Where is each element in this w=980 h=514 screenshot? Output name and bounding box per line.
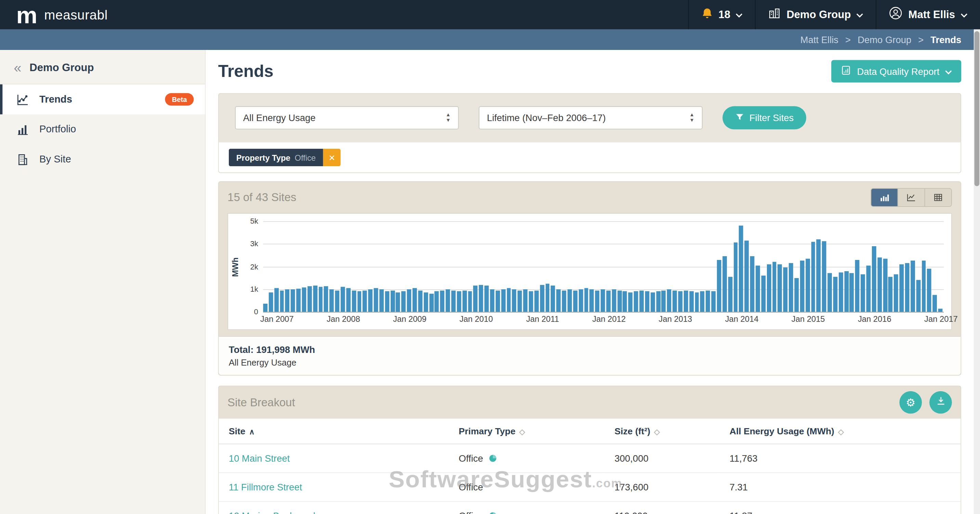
sidebar-item-label: Trends <box>39 94 72 105</box>
gear-icon: ⚙ <box>906 396 915 409</box>
bar <box>534 290 539 312</box>
bar <box>517 290 522 312</box>
bar <box>291 290 295 312</box>
sort-icon: ◇ <box>654 428 660 436</box>
sidebar-item-portfolio[interactable]: Portfolio <box>0 114 205 144</box>
bar <box>457 291 461 312</box>
collapse-sidebar-icon[interactable]: « <box>14 63 21 73</box>
total-usage: Total: 191,998 MWh <box>229 344 951 355</box>
bar <box>772 262 777 312</box>
table-row: 10 Main StreetOffice300,00011,763 <box>219 444 961 473</box>
bar <box>689 291 694 312</box>
pie-chart-icon <box>488 454 497 463</box>
type-cell: Office <box>449 444 605 473</box>
sites-count-title: 15 of 43 Sites <box>228 191 296 204</box>
sidebar-item-trends[interactable]: Trends Beta <box>0 84 205 115</box>
x-tick-label: Jan 2013 <box>659 314 692 323</box>
y-tick-label: 5k <box>250 217 258 226</box>
bar <box>335 290 340 312</box>
bar <box>827 273 832 312</box>
bar <box>446 289 450 312</box>
bar <box>318 287 323 312</box>
bar <box>850 273 854 312</box>
bar <box>263 304 267 312</box>
top-bar-right: 18 Demo Group Matt Ellis <box>688 0 980 29</box>
bar <box>877 258 882 312</box>
bar <box>811 242 816 312</box>
download-button[interactable] <box>929 391 952 414</box>
data-quality-report-button[interactable]: Data Quality Report <box>832 60 961 83</box>
line-chart-icon <box>16 92 30 106</box>
bar <box>844 271 849 312</box>
bar <box>662 290 666 312</box>
y-tick-label: 0 <box>254 307 258 316</box>
timerange-select[interactable]: Lifetime (Nov–Feb 2006–17) ▲▼ <box>479 107 703 130</box>
bar <box>374 288 378 312</box>
type-cell: Office <box>449 473 605 501</box>
y-axis-title: MWh <box>228 221 243 313</box>
x-tick-label: Jan 2008 <box>327 314 360 323</box>
settings-button[interactable]: ⚙ <box>899 391 922 414</box>
bar <box>767 264 771 312</box>
remove-filter-button[interactable]: ✕ <box>323 149 341 166</box>
table-view-button[interactable] <box>924 189 951 206</box>
vertical-scrollbar <box>974 29 980 514</box>
bar <box>822 241 826 312</box>
beta-badge: Beta <box>165 93 194 106</box>
sort-icon: ◇ <box>519 428 525 436</box>
bar <box>700 291 705 312</box>
bar <box>412 288 417 312</box>
bar <box>794 278 799 312</box>
bar <box>739 226 743 312</box>
filter-chip-value: Office <box>294 153 316 162</box>
bar <box>296 289 301 312</box>
site-link[interactable]: 11 Fillmore Street <box>229 482 302 492</box>
metric-select[interactable]: All Energy Usage ▲▼ <box>235 107 459 130</box>
active-filters-strip: Property Type Office ✕ <box>218 142 961 173</box>
sidebar-group-name: Demo Group <box>29 62 94 75</box>
x-tick-label: Jan 2014 <box>725 314 759 323</box>
page-title: Trends <box>218 62 274 81</box>
bar-chart-icon <box>16 123 30 136</box>
column-header-energy-usage[interactable]: All Energy Usage (MWh)◇ <box>720 419 961 444</box>
bar <box>529 291 533 312</box>
bar <box>429 294 434 312</box>
column-header-site[interactable]: Site∧ <box>219 419 449 444</box>
org-menu[interactable]: Demo Group <box>755 0 876 29</box>
bar-chart-view-button[interactable] <box>871 189 897 206</box>
bar <box>368 289 373 312</box>
energy-usage-chart: MWh 5k3k2k1k0 Jan 2007Jan 2008Jan 2009Ja… <box>228 213 952 330</box>
line-chart-view-button[interactable] <box>897 189 924 206</box>
table-row: 11 Fillmore StreetOffice173,6007.31 <box>219 473 961 501</box>
chart-view-toggle <box>870 188 952 207</box>
sidebar-header: « Demo Group <box>0 50 205 84</box>
site-link[interactable]: 12 Marina Boulevard <box>229 511 315 514</box>
data-quality-report-label: Data Quality Report <box>857 66 940 76</box>
bar <box>905 263 910 312</box>
column-header-primary-type[interactable]: Primary Type◇ <box>449 419 605 444</box>
x-tick-label: Jan 2015 <box>792 314 825 323</box>
column-header-size[interactable]: Size (ft²)◇ <box>605 419 719 444</box>
notifications-menu[interactable]: 18 <box>688 0 755 29</box>
bar <box>883 259 887 312</box>
bar <box>479 285 483 312</box>
user-menu[interactable]: Matt Ellis <box>876 0 980 29</box>
chevron-down-icon <box>856 8 863 21</box>
breadcrumb-user[interactable]: Matt Ellis <box>800 34 838 45</box>
bar <box>750 256 754 312</box>
site-link[interactable]: 10 Main Street <box>229 453 290 464</box>
pie-chart-icon <box>488 511 497 514</box>
close-icon: ✕ <box>329 153 336 162</box>
sidebar-item-by-site[interactable]: By Site <box>0 144 205 174</box>
bar <box>357 291 361 312</box>
filter-sites-button[interactable]: Filter Sites <box>722 107 806 130</box>
measurabl-logo-icon: m <box>16 3 37 26</box>
scrollbar-thumb[interactable] <box>975 31 980 186</box>
plot-area <box>263 221 944 313</box>
bar <box>346 288 351 312</box>
bar <box>363 290 367 312</box>
select-caret-icon: ▲▼ <box>446 113 450 123</box>
brand[interactable]: m measurabl <box>0 3 108 26</box>
bar <box>512 289 517 312</box>
breadcrumb-group[interactable]: Demo Group <box>858 34 911 45</box>
